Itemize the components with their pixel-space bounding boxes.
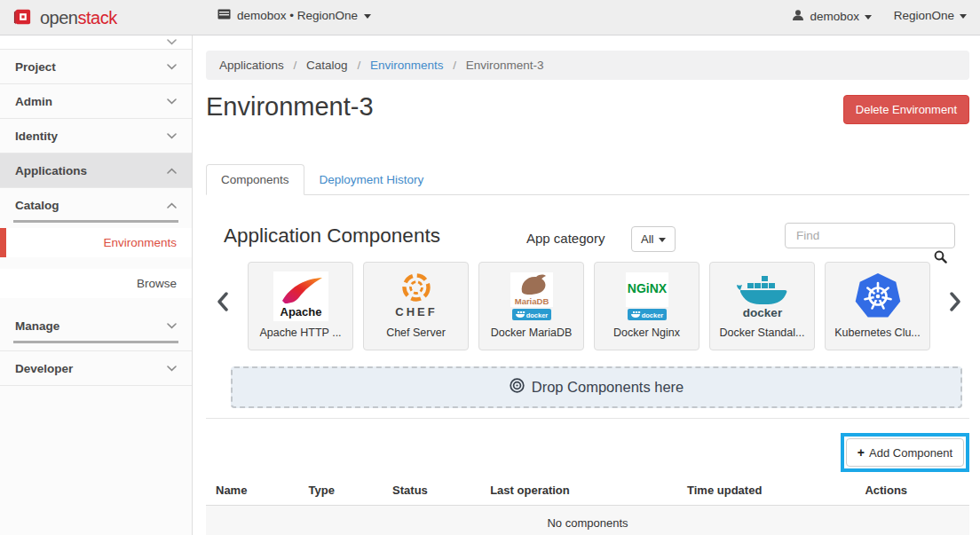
sidebar-item-browse[interactable]: Browse	[0, 269, 192, 298]
components-header-row: Application Components App category All	[206, 223, 969, 262]
breadcrumb-separator: /	[357, 59, 360, 72]
svg-text:MariaDB: MariaDB	[514, 296, 549, 306]
svg-text:CHEF: CHEF	[395, 305, 437, 319]
sidebar-item-manage[interactable]: Manage	[0, 309, 192, 343]
component-card-label: Docker Standal...	[710, 327, 814, 339]
component-card-kubernetes[interactable]: Kubernetes Clu...	[825, 262, 930, 350]
add-component-button[interactable]: + Add Component	[846, 438, 964, 467]
sidebar-top-strip	[0, 35, 192, 50]
svg-text:docker: docker	[742, 306, 782, 319]
sidebar-item-admin[interactable]: Admin	[0, 84, 192, 119]
add-component-highlight: + Add Component	[841, 433, 969, 472]
component-card-label: Apache HTTP ...	[249, 327, 352, 339]
sidebar-item-developer[interactable]: Developer	[0, 351, 192, 386]
component-cards: Apache Apache HTTP ... CHEF Chef Server	[248, 262, 930, 350]
sidebar-item-label: Browse	[137, 277, 177, 290]
section-divider	[206, 418, 969, 419]
column-header-status: Status	[385, 476, 483, 506]
breadcrumb-current: Environment-3	[466, 59, 544, 72]
find-input[interactable]	[785, 223, 955, 248]
tab-components[interactable]: Components	[206, 164, 304, 195]
region-menu[interactable]: RegionOne	[894, 9, 967, 22]
sidebar-item-environments[interactable]: Environments	[0, 228, 192, 257]
drop-components-zone[interactable]: Drop Components here	[231, 366, 962, 408]
sidebar-item-label: Catalog	[15, 199, 59, 212]
chevron-down-icon	[960, 14, 967, 19]
chevron-down-icon	[167, 323, 177, 329]
plus-icon: +	[858, 445, 865, 460]
component-card-label: Kubernetes Clu...	[826, 327, 929, 339]
carousel-next-button[interactable]	[950, 292, 961, 315]
apache-logo-icon: Apache	[249, 270, 352, 323]
chevron-down-icon	[167, 64, 177, 70]
brand-stack: stack	[78, 8, 117, 28]
project-region-switcher[interactable]: demobox • RegionOne	[217, 9, 371, 22]
chevron-down-icon	[659, 238, 666, 242]
sidebar: Project Admin Identity Applications Cata…	[0, 35, 193, 535]
nginx-docker-logo-icon: NGiNX docker	[595, 270, 699, 323]
chevron-up-icon	[167, 202, 177, 208]
component-card-docker-mariadb[interactable]: MariaDB docker Docker MariaDB	[478, 262, 584, 350]
chevron-down-icon	[167, 133, 177, 139]
breadcrumb: Applications / Catalog / Environments / …	[206, 51, 969, 80]
component-card-apache[interactable]: Apache Apache HTTP ...	[248, 262, 353, 350]
delete-environment-button[interactable]: Delete Environment	[843, 95, 969, 124]
sidebar-item-identity[interactable]: Identity	[0, 119, 192, 153]
components-carousel: Apache Apache HTTP ... CHEF Chef Server	[206, 262, 969, 350]
sidebar-item-label: Developer	[15, 362, 73, 375]
domain-icon	[217, 9, 231, 22]
sidebar-item-label: Manage	[15, 319, 59, 333]
app-category-value: All	[641, 232, 653, 246]
breadcrumb-environments-link[interactable]: Environments	[370, 59, 444, 72]
chevron-up-icon	[167, 168, 177, 174]
app-category-dropdown[interactable]: All	[631, 226, 676, 252]
column-header-type: Type	[302, 476, 386, 506]
component-card-chef[interactable]: CHEF Chef Server	[363, 262, 469, 350]
bullseye-icon	[510, 378, 525, 397]
carousel-previous-button[interactable]	[217, 292, 228, 315]
kubernetes-logo-icon	[826, 270, 929, 323]
context-label: demobox • RegionOne	[237, 9, 358, 22]
components-table: Name Type Status Last operation Time upd…	[206, 476, 969, 535]
table-empty-row: No components	[206, 506, 969, 535]
sidebar-item-project[interactable]: Project	[0, 50, 192, 84]
main-content: Applications / Catalog / Environments / …	[206, 35, 969, 535]
openstack-cube-icon	[12, 6, 33, 30]
component-card-docker-standalone[interactable]: docker Docker Standal...	[709, 262, 815, 350]
tab-bar: Components Deployment History	[206, 164, 969, 195]
chevron-down-icon	[865, 15, 872, 20]
component-card-label: Chef Server	[364, 327, 468, 339]
user-label: demobox	[810, 10, 859, 23]
breadcrumb-separator: /	[453, 59, 456, 72]
svg-text:docker: docker	[641, 311, 663, 319]
column-header-actions: Actions	[858, 476, 969, 506]
page-header: Environment-3 Delete Environment	[206, 92, 969, 133]
app-category-label: App category	[526, 231, 605, 246]
component-card-label: Docker Nginx	[595, 327, 699, 339]
component-card-docker-nginx[interactable]: NGiNX docker Docker Nginx	[594, 262, 699, 350]
component-card-label: Docker MariaDB	[479, 327, 583, 339]
sidebar-item-catalog[interactable]: Catalog	[0, 188, 192, 223]
svg-text:docker: docker	[526, 311, 548, 319]
user-icon	[792, 9, 804, 24]
openstack-logo[interactable]: openstack	[12, 6, 117, 30]
breadcrumb-applications: Applications	[219, 59, 284, 72]
sidebar-item-label: Admin	[15, 95, 52, 108]
mariadb-docker-logo-icon: MariaDB docker	[479, 270, 583, 323]
application-components-heading: Application Components	[224, 224, 440, 248]
sidebar-item-label: Identity	[15, 130, 58, 143]
chevron-down-icon	[167, 366, 177, 372]
svg-text:Apache: Apache	[280, 305, 321, 319]
sidebar-item-label: Environments	[103, 236, 177, 249]
sidebar-item-label: Applications	[15, 164, 87, 177]
sidebar-item-applications[interactable]: Applications	[0, 153, 192, 188]
column-header-last-operation: Last operation	[483, 476, 680, 506]
table-header-row: Name Type Status Last operation Time upd…	[206, 476, 969, 506]
brand-open: open	[40, 8, 78, 28]
breadcrumb-separator: /	[294, 59, 297, 72]
table-actions-row: + Add Component	[206, 433, 969, 472]
tab-deployment-history[interactable]: Deployment History	[304, 164, 439, 195]
brand-text: openstack	[40, 8, 117, 28]
chef-logo-icon: CHEF	[364, 270, 468, 323]
user-menu[interactable]: demobox	[792, 9, 872, 24]
